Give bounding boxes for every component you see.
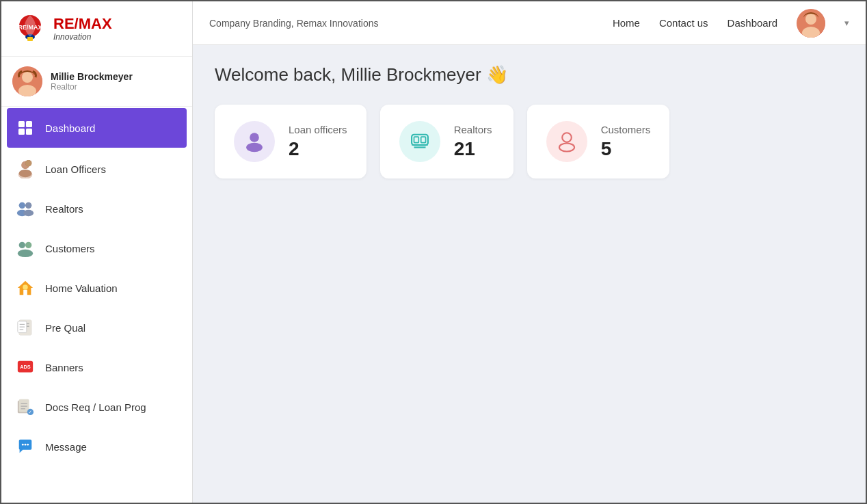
svg-rect-2: [27, 37, 33, 41]
sidebar-item-loan-officers-label: Loan Officers: [45, 163, 106, 175]
svg-rect-54: [421, 137, 425, 143]
topbar: Company Branding, Remax Innovations Home…: [193, 1, 866, 45]
customers-icon: [15, 238, 36, 258]
topbar-contact-link[interactable]: Contact us: [659, 17, 708, 29]
home-valuation-icon: [15, 278, 36, 298]
user-role: Realtor: [51, 82, 133, 92]
banners-icon: ADS: [15, 357, 36, 377]
sidebar-item-realtors[interactable]: Realtors: [1, 189, 192, 228]
stat-card-loan-officers: Loan officers 2: [215, 105, 366, 178]
topbar-user-avatar[interactable]: [797, 9, 825, 38]
sidebar-item-message[interactable]: Message: [1, 427, 192, 466]
sidebar-item-docs-req-label: Docs Req / Loan Prog: [45, 401, 146, 413]
realtors-card-icon: [399, 121, 440, 162]
realtors-stat-info: Realtors 21: [454, 124, 492, 160]
sidebar-item-home-valuation[interactable]: Home Valuation: [1, 268, 192, 308]
realtors-icon: [15, 198, 36, 219]
svg-rect-8: [26, 121, 32, 127]
loan-officers-icon: [15, 159, 36, 179]
svg-point-20: [23, 210, 34, 216]
customers-label: Customers: [601, 124, 651, 135]
avatar: [12, 66, 42, 96]
svg-point-18: [25, 202, 31, 209]
svg-text:✓: ✓: [28, 409, 32, 415]
pre-qual-icon: [15, 317, 36, 338]
stat-card-customers: Customers 5: [527, 105, 670, 178]
stat-card-realtors: Realtors 21: [380, 105, 513, 178]
dashboard-icon: [15, 118, 36, 138]
sidebar-item-loan-officers[interactable]: Loan Officers: [1, 149, 192, 189]
welcome-heading: Welcome back, Millie Brockmeyer 👋: [215, 64, 844, 85]
svg-point-48: [805, 14, 816, 25]
svg-point-58: [559, 144, 574, 152]
svg-rect-53: [414, 137, 418, 143]
user-name: Millie Brockmeyer: [51, 71, 133, 82]
svg-point-5: [22, 72, 33, 83]
sidebar-item-dashboard[interactable]: Dashboard: [7, 108, 187, 148]
logo-innovation: Innovation: [53, 33, 112, 42]
topbar-nav: Home Contact us Dashboard ▾: [613, 9, 849, 38]
svg-point-50: [250, 133, 259, 142]
stats-row: Loan officers 2 Realtors: [215, 105, 844, 178]
sidebar-item-banners[interactable]: ADS Banners: [1, 347, 192, 387]
sidebar-nav: Dashboard Loan Officers: [1, 107, 192, 504]
sidebar-item-customers[interactable]: Customers: [1, 228, 192, 268]
topbar-brand: Company Branding, Remax Innovations: [209, 18, 378, 29]
user-info: Millie Brockmeyer Realtor: [51, 71, 133, 92]
customers-card-icon: [546, 121, 587, 162]
svg-rect-7: [18, 121, 25, 127]
sidebar-item-realtors-label: Realtors: [45, 203, 83, 215]
svg-rect-38: [19, 399, 29, 412]
customers-stat-info: Customers 5: [601, 124, 651, 160]
svg-rect-10: [26, 129, 32, 135]
sidebar-item-dashboard-label: Dashboard: [45, 122, 95, 134]
topbar-chevron-icon[interactable]: ▾: [844, 18, 849, 28]
sidebar-item-customers-label: Customers: [45, 243, 95, 254]
loan-officers-stat-info: Loan officers 2: [289, 124, 347, 160]
customers-value: 5: [601, 138, 651, 160]
page-content: Welcome back, Millie Brockmeyer 👋 Loan o…: [193, 45, 866, 503]
sidebar-item-pre-qual-label: Pre Qual: [45, 322, 85, 334]
svg-point-16: [25, 160, 31, 166]
remax-logo-icon: RE/MAX: [12, 11, 48, 47]
realtors-value: 21: [454, 138, 492, 160]
sidebar: RE/MAX RE/MAX Innovation Millie Brockmey…: [1, 1, 193, 504]
svg-point-46: [27, 444, 29, 446]
svg-point-44: [22, 444, 24, 446]
sidebar-item-message-label: Message: [45, 441, 87, 453]
message-icon: [15, 436, 36, 457]
logo-remax: RE/MAX: [53, 16, 112, 32]
loan-officers-card-icon: [234, 121, 275, 162]
svg-point-25: [23, 284, 27, 289]
svg-text:ADS: ADS: [20, 364, 31, 370]
loan-officers-value: 2: [289, 138, 347, 160]
realtors-label: Realtors: [454, 124, 492, 135]
svg-point-51: [246, 143, 263, 152]
logo-text: RE/MAX Innovation: [53, 16, 112, 41]
topbar-dashboard-link[interactable]: Dashboard: [728, 17, 777, 29]
sidebar-user: Millie Brockmeyer Realtor: [1, 57, 192, 107]
svg-text:RE/MAX: RE/MAX: [18, 24, 42, 31]
sidebar-item-banners-label: Banners: [45, 362, 83, 373]
topbar-home-link[interactable]: Home: [613, 17, 640, 29]
main-content: Company Branding, Remax Innovations Home…: [193, 1, 866, 503]
sidebar-item-home-valuation-label: Home Valuation: [45, 282, 118, 294]
sidebar-item-pre-qual[interactable]: Pre Qual: [1, 308, 192, 347]
sidebar-item-docs-req[interactable]: ✓ Docs Req / Loan Prog: [1, 387, 192, 427]
svg-point-45: [25, 444, 27, 446]
sidebar-logo: RE/MAX RE/MAX Innovation: [1, 1, 192, 57]
loan-officers-label: Loan officers: [289, 124, 347, 135]
svg-point-21: [19, 242, 25, 248]
svg-point-23: [18, 250, 33, 257]
svg-point-17: [19, 202, 25, 209]
svg-rect-9: [18, 129, 25, 135]
docs-req-icon: ✓: [15, 397, 36, 417]
svg-point-57: [562, 133, 572, 142]
svg-point-22: [25, 242, 31, 248]
